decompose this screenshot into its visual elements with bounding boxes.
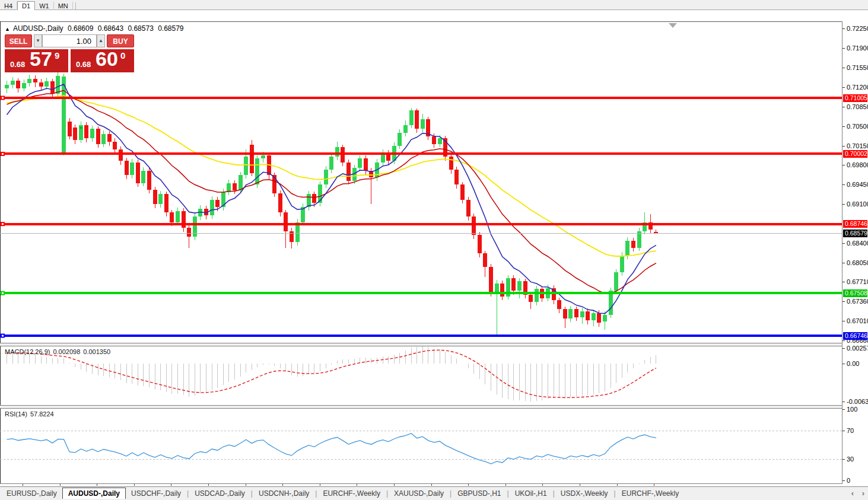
rsi-scale-label: 0 bbox=[847, 477, 850, 484]
tab-scroll-left-icon[interactable]: ‹ bbox=[851, 489, 854, 498]
tab-separator: | bbox=[386, 489, 388, 498]
date-tick bbox=[542, 484, 543, 486]
collapse-icon[interactable]: ▲ bbox=[5, 26, 10, 32]
quote-close: 0.68579 bbox=[158, 24, 183, 33]
rsi-name: RSI(14) bbox=[5, 410, 27, 418]
buy-price-display[interactable]: 0.68 60 0 bbox=[71, 49, 134, 72]
chart-tab-9[interactable]: USDX-,Weekly bbox=[555, 488, 613, 499]
date-tick bbox=[468, 484, 469, 486]
volume-decrease-button[interactable]: ▼ bbox=[34, 34, 42, 47]
svg-text:+: + bbox=[80, 125, 82, 131]
volume-increase-button[interactable]: ▲ bbox=[97, 34, 105, 47]
toolbar-separator bbox=[75, 2, 76, 9]
timeframe-button-w1[interactable]: W1 bbox=[35, 2, 54, 10]
rsi-scale-tick bbox=[842, 480, 845, 481]
price-tick-label: 0.68400 bbox=[847, 240, 868, 247]
price-tick-tick bbox=[842, 340, 845, 341]
tab-scroll-right-icon[interactable]: › bbox=[862, 489, 864, 498]
price-badge-0.68579: 0.68579 bbox=[843, 230, 867, 237]
sell-button[interactable]: SELL bbox=[5, 34, 32, 47]
chart-window[interactable]: ++ ▲AUDUSD-,Daily 0.68609 0.68643 0.6857… bbox=[0, 10, 868, 486]
price-tick-tick bbox=[842, 68, 845, 68]
price-tick-label: 0.70850 bbox=[847, 103, 868, 110]
chart-tab-2[interactable]: USDCHF-,Daily bbox=[126, 488, 186, 499]
rsi-scale-tick bbox=[842, 459, 845, 460]
chart-tab-3[interactable]: USDCAD-,Daily bbox=[189, 488, 250, 499]
price-tick-tick bbox=[842, 146, 845, 147]
date-tick bbox=[246, 484, 246, 486]
price-tick-label: 0.72250 bbox=[847, 25, 868, 32]
trading-terminal-window: H4D1W1MN ++ ▲AUDUSD-,Daily 0.68609 0.686… bbox=[0, 0, 868, 500]
rsi-scale-tick bbox=[842, 431, 845, 431]
chart-tab-6[interactable]: XAUUSD-,Daily bbox=[389, 488, 449, 499]
price-axis[interactable]: 0.722500.719000.715500.712000.708500.705… bbox=[842, 21, 868, 484]
macd-scale-tick bbox=[842, 364, 845, 364]
macd-scale-label: 0.00 bbox=[847, 360, 859, 367]
symbol-period-label: AUDUSD-,Daily bbox=[13, 24, 63, 33]
price-badge-0.66746: 0.66746 bbox=[843, 332, 867, 340]
price-tick-tick bbox=[842, 282, 845, 282]
macd-signal-value: 0.001350 bbox=[83, 348, 110, 355]
price-tick-label: 0.71200 bbox=[847, 84, 868, 91]
rsi-scale-label: 100 bbox=[847, 406, 857, 413]
rsi-scale-label: 70 bbox=[847, 427, 854, 434]
price-tick-tick bbox=[842, 28, 845, 29]
one-click-trade-panel: SELL ▼ ▲ BUY 0.68 57 9 0.68 60 0 bbox=[5, 34, 134, 72]
tab-separator: | bbox=[187, 489, 189, 498]
macd-label: MACD(12,26,9)0.0020980.001350 bbox=[5, 348, 113, 355]
price-tick-tick bbox=[842, 204, 845, 205]
timeframe-button-d1[interactable]: D1 bbox=[17, 1, 35, 11]
chart-tab-5[interactable]: EURCHF-,Weekly bbox=[317, 488, 385, 499]
quote-low: 0.68573 bbox=[128, 24, 153, 33]
sell-price-display[interactable]: 0.68 57 9 bbox=[5, 49, 68, 72]
price-tick-tick bbox=[842, 301, 845, 302]
date-tick bbox=[60, 484, 61, 486]
svg-text:+: + bbox=[250, 153, 253, 159]
price-tick-label: 0.67010 bbox=[847, 317, 868, 324]
date-tick bbox=[580, 484, 580, 486]
tab-separator: | bbox=[553, 489, 555, 498]
chart-tab-4[interactable]: USDCNH-,Daily bbox=[253, 488, 314, 499]
price-tick-tick bbox=[842, 126, 845, 127]
date-tick bbox=[617, 484, 618, 486]
buy-price-big: 60 bbox=[96, 47, 118, 71]
buy-button[interactable]: BUY bbox=[107, 34, 134, 47]
sell-price-prefix: 0.68 bbox=[10, 60, 25, 69]
price-tick-tick bbox=[842, 321, 845, 321]
rsi-value: 57.8224 bbox=[30, 410, 54, 418]
sell-price-pip: 9 bbox=[55, 50, 59, 60]
rsi-scale-label: 30 bbox=[847, 456, 854, 463]
macd-indicator-pane[interactable] bbox=[0, 346, 842, 405]
chart-tab-0[interactable]: EURUSD-,Daily bbox=[1, 488, 62, 499]
timeframe-toolbar: H4D1W1MN bbox=[0, 0, 868, 10]
rsi-indicator-pane[interactable] bbox=[0, 408, 842, 483]
date-tick bbox=[282, 484, 283, 486]
price-tick-label: 0.69800 bbox=[847, 161, 868, 168]
timeframe-button-mn[interactable]: MN bbox=[54, 2, 73, 10]
chart-tab-7[interactable]: GBPUSD-,H1 bbox=[452, 488, 506, 499]
rsi-scale-tick bbox=[842, 409, 845, 410]
timeframe-button-h4[interactable]: H4 bbox=[0, 2, 17, 10]
chart-tab-1[interactable]: AUDUSD-,Daily bbox=[62, 488, 126, 499]
quote-open: 0.68609 bbox=[68, 24, 93, 33]
price-tick-label: 0.70500 bbox=[847, 123, 868, 130]
date-tick bbox=[97, 484, 97, 486]
macd-main-value: 0.002098 bbox=[53, 348, 80, 355]
macd-scale-label: -0.006326 bbox=[847, 398, 868, 405]
volume-input[interactable] bbox=[42, 34, 97, 47]
price-tick-label: 0.67710 bbox=[847, 278, 868, 285]
date-tick bbox=[654, 484, 654, 486]
date-tick bbox=[208, 484, 209, 486]
price-badge-0.70002: 0.70002 bbox=[843, 150, 867, 158]
date-tick bbox=[394, 484, 395, 486]
price-tick-tick bbox=[842, 263, 845, 263]
price-tick-tick bbox=[842, 243, 845, 244]
price-tick-tick bbox=[842, 165, 845, 165]
chart-tab-8[interactable]: UKOil-,H1 bbox=[510, 488, 552, 499]
chart-shift-marker[interactable] bbox=[669, 23, 677, 28]
price-badge-0.67508: 0.67508 bbox=[843, 289, 867, 297]
spinner-up-icon: ▲ bbox=[98, 38, 103, 43]
macd-scale-tick bbox=[842, 402, 845, 402]
macd-scale-label: 0.002574 bbox=[847, 345, 868, 352]
chart-tab-10[interactable]: EURCHF-,Weekly bbox=[616, 488, 684, 499]
